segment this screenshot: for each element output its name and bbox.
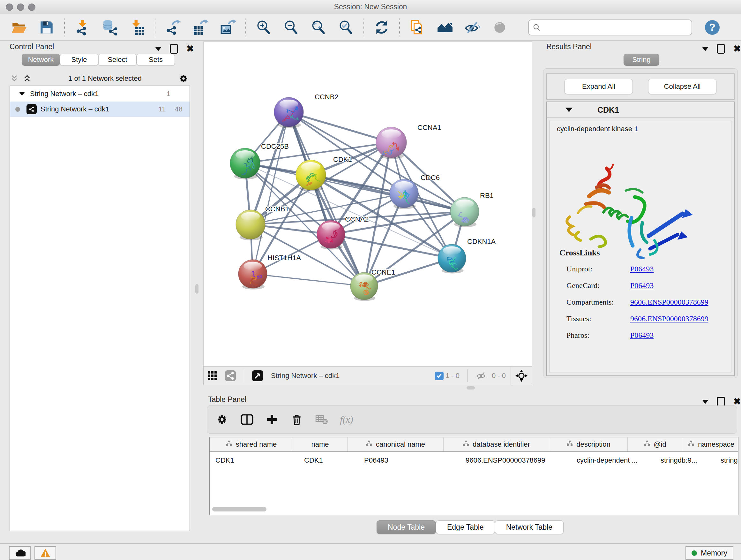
column-header-namespace[interactable]: namespace [682,437,738,451]
crosslink-link[interactable]: 9606.ENSP00000378699 [630,298,709,307]
panel-menu-icon[interactable] [702,400,709,404]
node-details-header[interactable]: CDK1 [547,102,734,118]
import-table-file-button[interactable] [128,18,147,37]
search-input[interactable] [543,23,688,32]
delete-column-button[interactable] [288,411,306,428]
panel-close-icon[interactable]: ✖ [733,398,741,405]
disclosure-triangle-icon[interactable] [565,108,572,112]
expand-all-button[interactable]: Expand All [564,79,633,94]
table-cell[interactable]: stringdb:9... [655,452,715,469]
tab-select[interactable]: Select [98,54,137,66]
network-node-CCNA1[interactable] [376,127,407,159]
column-header-description[interactable]: description [549,437,628,451]
tab-network-table[interactable]: Network Table [495,520,563,534]
collapse-all-button[interactable]: Collapse All [648,79,717,94]
crosslinks-title: CrossLinks [559,248,600,258]
column-header-canonical-name[interactable]: canonical name [347,437,444,451]
collection-count: 1 [166,90,171,98]
table-cell[interactable]: CDK1 [210,452,298,469]
table-cell[interactable]: CDK1 [298,452,358,469]
zoom-fit-button[interactable] [309,18,328,37]
network-edge-HIST1H1A-CCNE1[interactable] [253,274,364,286]
zoom-selected-button[interactable] [336,18,355,37]
warnings-button[interactable] [35,546,56,560]
memory-button[interactable]: Memory [685,546,733,560]
selected-checkbox-icon[interactable] [435,372,444,380]
crosslink-row: Uniprot:P06493 [566,265,726,273]
network-edge-CCNB2-CCNA1[interactable] [289,112,391,142]
network-canvas[interactable]: CCNB2CCNA1CDC25BCDK1CDC6RB1CCNB1CCNA2CDK… [203,42,532,367]
grid-mode-icon[interactable] [206,369,219,382]
network-collection-row[interactable]: String Network – cdk1 1 [10,86,190,102]
tab-sets[interactable]: Sets [137,54,175,66]
network-edge-CCNB2-HIST1H1A[interactable] [253,112,289,274]
hide-details-button[interactable] [463,18,482,37]
panel-menu-icon[interactable] [702,47,709,51]
help-button[interactable]: ? [705,20,720,35]
tab-style[interactable]: Style [60,54,98,66]
network-node-CCNA2[interactable] [317,220,345,250]
panel-float-icon[interactable] [717,44,725,54]
vertical-splitter-handle[interactable] [532,208,536,217]
export-image-button[interactable] [218,18,238,37]
panel-close-icon[interactable]: ✖ [733,45,741,52]
tab-network[interactable]: Network [22,54,60,66]
column-label: name [311,440,329,449]
table-row[interactable]: CDK1CDK1P064939606.ENSP00000378699cyclin… [210,452,738,469]
network-node-CDKN1A[interactable] [438,244,466,273]
vertical-splitter-handle[interactable] [195,284,199,294]
save-session-button[interactable] [37,18,56,37]
column-header-database-identifier[interactable]: database identifier [444,437,549,451]
network-node-CDC6[interactable] [390,179,418,209]
crosshair-icon[interactable] [515,369,528,382]
panel-float-icon[interactable] [717,397,725,407]
network-node-HIST1H1A[interactable] [239,260,267,290]
crosslink-link[interactable]: P06493 [630,331,654,340]
scrollbar-thumb[interactable] [212,507,266,511]
horizontal-splitter-handle[interactable] [467,386,475,389]
column-label: @id [654,440,666,449]
tab-node-table[interactable]: Node Table [377,520,436,534]
add-column-button[interactable] [263,411,280,428]
panel-menu-icon[interactable] [155,47,161,51]
crosslink-link[interactable]: 9606.ENSP00000378699 [630,314,709,323]
column-header-name[interactable]: name [293,437,347,451]
cloud-button[interactable] [9,546,30,560]
show-column-button[interactable] [239,411,256,428]
clone-network-button[interactable] [408,18,427,37]
disclosure-triangle-icon[interactable] [19,92,25,96]
network-node-RB1[interactable] [450,197,479,227]
tab-string[interactable]: String [623,54,659,66]
table-cell[interactable]: stringdb [715,452,738,469]
gear-icon[interactable] [178,73,189,84]
apply-layout-button[interactable] [372,18,391,37]
table-cell[interactable]: 9606.ENSP00000378699 [460,452,571,469]
zoom-out-button[interactable] [281,18,300,37]
import-network-database-button[interactable] [100,18,119,37]
network-view-icon[interactable] [224,369,237,382]
column-header-shared-name[interactable]: shared name [210,437,293,451]
table-settings-button[interactable] [213,411,231,428]
network-row-selected[interactable]: String Network – cdk1 11 48 [10,102,190,117]
crosslink-link[interactable]: P06493 [630,265,654,273]
table-cell[interactable]: cyclin-dependent ... [571,452,655,469]
panel-close-icon[interactable]: ✖ [186,45,194,52]
first-neighbors-button[interactable] [435,18,455,37]
import-network-file-button[interactable] [73,18,92,37]
tab-edge-table[interactable]: Edge Table [436,520,495,534]
export-table-button[interactable] [191,18,210,37]
table-cell[interactable]: P06493 [358,452,460,469]
export-network-button[interactable] [163,18,183,37]
zoom-in-button[interactable] [254,18,273,37]
open-session-button[interactable] [10,18,29,37]
crosslink-link[interactable]: P06493 [630,281,654,290]
network-edge-CDK1-RB1[interactable] [311,175,465,212]
panel-float-icon[interactable] [170,44,178,54]
birds-eye-view-icon[interactable] [251,369,264,382]
network-node-CCNE1[interactable] [350,272,378,301]
show-details-button[interactable] [490,18,509,37]
column-header-@id[interactable]: @id [628,437,682,451]
expand-all-chevron-icon[interactable] [22,74,32,83]
collapse-all-chevron-icon[interactable] [10,74,19,83]
hidden-eye-icon[interactable] [475,369,487,382]
